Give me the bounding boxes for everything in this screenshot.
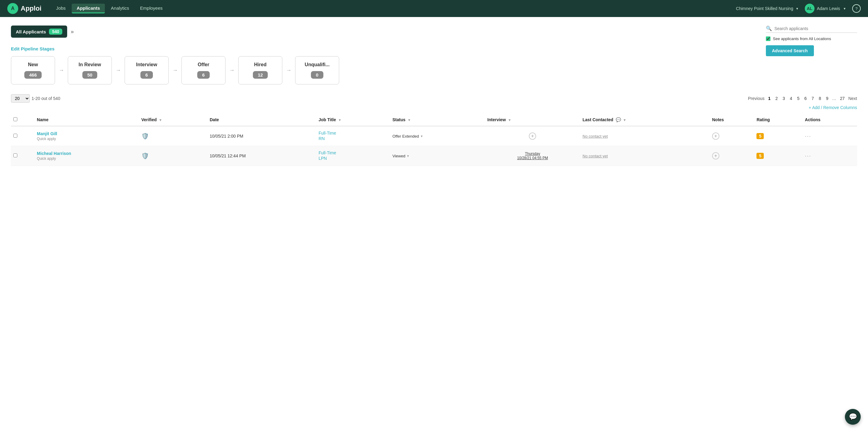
page-3[interactable]: 3 <box>781 95 786 101</box>
range-label: 1-20 out of 540 <box>32 96 60 101</box>
nav-link-applicants[interactable]: Applicants <box>72 4 105 13</box>
all-locations-checkbox[interactable] <box>766 36 770 41</box>
page-8[interactable]: 8 <box>817 95 823 101</box>
row1-interview-cell: + <box>485 126 580 146</box>
all-applicants-label: All Applicants <box>16 29 46 34</box>
page-4[interactable]: 4 <box>789 95 794 101</box>
table-row: Micheal Harrison Quick apply 🛡️ 10/05/21… <box>11 146 857 166</box>
nav-link-employees[interactable]: Employees <box>135 4 167 13</box>
row2-job-title[interactable]: Full-Time LPN <box>318 151 388 161</box>
page-1[interactable]: 1 <box>767 95 772 101</box>
advanced-search-button[interactable]: Advanced Search <box>766 45 814 56</box>
stage-interview[interactable]: Interview 6 <box>125 56 169 85</box>
last-contacted-chat-icon: 💬 <box>616 117 621 122</box>
row2-checkbox[interactable] <box>13 154 17 157</box>
row1-job-title[interactable]: Full-Time RN <box>318 131 388 141</box>
expand-arrows-icon[interactable]: » <box>71 29 74 35</box>
row2-rating[interactable]: 5 <box>756 153 764 159</box>
page-7[interactable]: 7 <box>810 95 815 101</box>
row1-add-interview-button[interactable]: + <box>529 132 536 140</box>
stage-arrow-3: → <box>172 67 178 73</box>
row1-add-note-button[interactable]: + <box>712 132 719 140</box>
navbar: A Apploi Jobs Applicants Analytics Emplo… <box>0 0 868 17</box>
stage-interview-count: 6 <box>141 71 153 79</box>
row1-checkbox-cell <box>11 126 34 146</box>
prev-page-button[interactable]: Previous <box>748 96 764 101</box>
job-title-filter-icon[interactable]: ▼ <box>338 118 341 122</box>
interview-filter-icon[interactable]: ▼ <box>508 118 511 122</box>
col-checkbox <box>11 113 34 126</box>
row2-interview-date[interactable]: Thursday10/28/21 04:55 PM <box>488 152 578 160</box>
row2-status-cell: Viewed ▼ <box>390 146 485 166</box>
row1-apply-method: Quick apply <box>37 137 136 141</box>
chat-widget[interactable]: 💬 <box>845 409 861 425</box>
select-all-checkbox[interactable] <box>13 117 17 121</box>
per-page-selector: 20 50 100 1-20 out of 540 <box>11 94 60 103</box>
col-notes: Notes <box>710 113 754 126</box>
stage-arrow-2: → <box>116 67 121 73</box>
row2-job-role: LPN <box>318 156 388 161</box>
last-contacted-filter-icon[interactable]: ▼ <box>623 118 626 122</box>
page-6[interactable]: 6 <box>803 95 808 101</box>
row1-rating[interactable]: 5 <box>756 133 764 139</box>
help-button[interactable]: ? <box>852 4 861 13</box>
stage-offer[interactable]: Offer 6 <box>181 56 225 85</box>
page-2[interactable]: 2 <box>774 95 779 101</box>
all-applicants-filter[interactable]: All Applicants 540 <box>11 26 67 38</box>
stage-new[interactable]: New 466 <box>11 56 55 85</box>
row2-status-dropdown[interactable]: ▼ <box>407 154 410 158</box>
verified-filter-icon[interactable]: ▼ <box>159 118 162 122</box>
row1-verified-cell: 🛡️ <box>139 126 207 146</box>
user-name: Adam Lewis <box>817 6 840 11</box>
row2-status: Viewed ▼ <box>392 154 409 158</box>
col-interview: Interview ▼ <box>485 113 580 126</box>
page-5[interactable]: 5 <box>796 95 801 101</box>
row2-notes-cell: + <box>710 146 754 166</box>
pipeline-label[interactable]: Edit Pipeline Stages <box>11 46 857 51</box>
page-9[interactable]: 9 <box>825 95 830 101</box>
status-filter-icon[interactable]: ▼ <box>408 118 411 122</box>
row2-last-contacted[interactable]: No contact yet <box>583 154 608 158</box>
navbar-links: Jobs Applicants Analytics Employees <box>51 4 736 13</box>
stage-in-review[interactable]: In Review 50 <box>68 56 112 85</box>
row1-date-cell: 10/05/21 2:00 PM <box>207 126 316 146</box>
user-menu[interactable]: AL Adam Lewis ▼ <box>805 4 846 13</box>
logo[interactable]: A Apploi <box>7 3 41 14</box>
org-selector[interactable]: Chimney Point Skilled Nursing ▼ <box>736 6 799 11</box>
row2-actions-cell: ··· <box>802 146 857 166</box>
row1-status-text: Offer Extended <box>392 134 419 138</box>
row1-status-dropdown[interactable]: ▼ <box>420 135 423 138</box>
logo-icon: A <box>7 3 18 14</box>
row2-date-cell: 10/05/21 12:44 PM <box>207 146 316 166</box>
applicants-table: Name Verified ▼ Date Job Title ▼ Status … <box>11 113 857 166</box>
nav-link-jobs[interactable]: Jobs <box>51 4 70 13</box>
stage-hired[interactable]: Hired 12 <box>238 56 282 85</box>
row1-last-contacted[interactable]: No contact yet <box>583 134 608 138</box>
row2-job-type: Full-Time <box>318 151 388 155</box>
row1-checkbox[interactable] <box>13 134 17 138</box>
total-count-badge: 540 <box>49 29 62 35</box>
next-page-button[interactable]: Next <box>848 96 857 101</box>
row1-name[interactable]: Manjit Gill <box>37 131 136 136</box>
row2-name[interactable]: Micheal Harrison <box>37 151 136 156</box>
search-input[interactable] <box>774 26 857 31</box>
per-page-select[interactable]: 20 50 100 <box>11 94 30 103</box>
search-box: 🔍 <box>766 26 857 33</box>
page-last[interactable]: 27 <box>839 95 846 101</box>
row2-actions-menu[interactable]: ··· <box>805 153 811 159</box>
row1-actions-menu[interactable]: ··· <box>805 133 811 139</box>
row2-job-title-cell: Full-Time LPN <box>316 146 390 166</box>
stage-unqualified[interactable]: Unqualifi... 0 <box>295 56 339 85</box>
pagination: Previous 1 2 3 4 5 6 7 8 9 … 27 Next <box>748 95 857 101</box>
row1-last-contacted-cell: No contact yet <box>580 126 710 146</box>
row1-actions-cell: ··· <box>802 126 857 146</box>
table-header-row: Name Verified ▼ Date Job Title ▼ Status … <box>11 113 857 126</box>
row2-add-note-button[interactable]: + <box>712 152 719 160</box>
row1-job-title-cell: Full-Time RN <box>316 126 390 146</box>
col-date: Date <box>207 113 316 126</box>
row2-interview-cell: Thursday10/28/21 04:55 PM <box>485 146 580 166</box>
row1-date: 10/05/21 2:00 PM <box>210 134 243 138</box>
add-remove-columns-button[interactable]: + Add / Remove Columns <box>11 105 857 110</box>
nav-link-analytics[interactable]: Analytics <box>106 4 134 13</box>
stage-interview-name: Interview <box>132 62 161 67</box>
